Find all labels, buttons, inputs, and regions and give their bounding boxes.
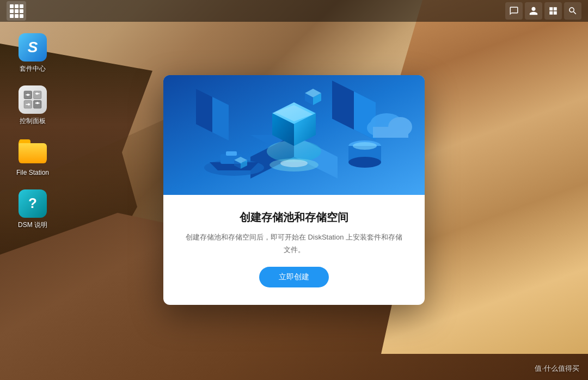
dialog-overlay: 创建存储池和存储空间 创建存储池和存储空间后，即可开始在 DiskStation… — [0, 0, 588, 380]
chat-icon — [509, 6, 519, 16]
apps-menu-button[interactable] — [7, 1, 26, 21]
svg-point-33 — [348, 157, 381, 168]
dialog-content: 创建存储池和存储空间 创建存储池和存储空间后，即可开始在 DiskStation… — [163, 195, 425, 304]
window-icon — [548, 6, 558, 16]
window-button[interactable] — [544, 2, 562, 20]
dialog-description: 创建存储池和存储空间后，即可开始在 DiskStation 上安装套件和存储文件… — [185, 231, 403, 255]
create-now-button[interactable]: 立即创建 — [259, 267, 329, 287]
illustration-svg — [163, 75, 425, 195]
storage-dialog: 创建存储池和存储空间 创建存储池和存储空间后，即可开始在 DiskStation… — [163, 75, 425, 304]
svg-rect-30 — [226, 151, 237, 156]
search-button[interactable] — [564, 2, 581, 20]
user-button[interactable] — [525, 2, 542, 20]
chat-button[interactable] — [505, 2, 523, 20]
taskbar-right — [505, 2, 581, 20]
dialog-title: 创建存储池和存储空间 — [240, 210, 348, 225]
taskbar — [0, 0, 588, 22]
taskbar-left — [7, 1, 26, 21]
dialog-illustration — [163, 75, 425, 195]
search-icon — [568, 6, 578, 16]
apps-grid-icon — [10, 4, 23, 18]
svg-point-34 — [353, 142, 377, 150]
svg-rect-38 — [373, 127, 408, 138]
user-icon — [529, 6, 538, 16]
svg-point-46 — [280, 160, 308, 167]
